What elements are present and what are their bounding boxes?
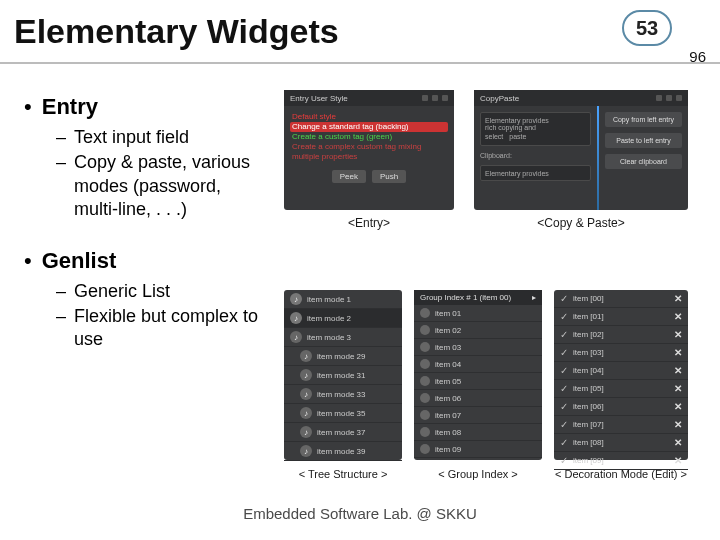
list-item: item 05 xyxy=(414,373,542,390)
item-icon xyxy=(420,308,430,318)
entry-line: Create a complex custom tag mixing multi… xyxy=(290,142,448,162)
dash-icon: – xyxy=(56,126,66,149)
item-icon: ♪ xyxy=(300,388,312,400)
item-label: item mode 33 xyxy=(317,390,365,399)
item-icon: ♪ xyxy=(300,350,312,362)
item-label: item mode 37 xyxy=(317,428,365,437)
section-title-genlist: Genlist xyxy=(42,248,117,274)
item-icon: ♪ xyxy=(300,369,312,381)
window-control-icon xyxy=(656,95,662,101)
item-icon: ♪ xyxy=(290,312,302,324)
item-label: item mode 39 xyxy=(317,447,365,456)
bullet-text: Flexible but complex to use xyxy=(74,305,264,352)
figure-group-list: Group Index # 1 (item 00)▸item 01item 02… xyxy=(414,290,542,460)
bullet-text: Generic List xyxy=(74,280,170,303)
section-title-entry: Entry xyxy=(42,94,98,120)
bullet-icon: • xyxy=(24,96,32,118)
list-item: ✓item [07]✕ xyxy=(554,416,688,434)
list-item: item 08 xyxy=(414,424,542,441)
clear-button: Clear clipboard xyxy=(605,154,682,169)
item-label: item 03 xyxy=(435,343,461,352)
item-icon xyxy=(420,444,430,454)
list-item: ♪item mode 29 xyxy=(284,347,402,366)
peek-button: Peek xyxy=(332,170,366,183)
page-number: 96 xyxy=(689,48,706,65)
check-icon: ✓ xyxy=(560,293,568,304)
item-icon xyxy=(420,376,430,386)
item-label: item [00] xyxy=(573,294,604,303)
group-header: Group Index # 1 (item 00)▸ xyxy=(414,290,542,305)
delete-icon: ✕ xyxy=(674,329,682,340)
item-label: item [07] xyxy=(573,420,604,429)
item-label: item 04 xyxy=(435,360,461,369)
item-label: item mode 3 xyxy=(307,333,351,342)
paste-button: Paste to left entry xyxy=(605,133,682,148)
item-label: item mode 1 xyxy=(307,295,351,304)
list-item: ♪item mode 31 xyxy=(284,366,402,385)
item-label: item 06 xyxy=(435,394,461,403)
entry-text: Elementary provides xyxy=(485,117,549,124)
item-label: item 05 xyxy=(435,377,461,386)
window-control-icon xyxy=(676,95,682,101)
item-label: item [04] xyxy=(573,366,604,375)
window-title: Entry User Style xyxy=(290,94,348,103)
list-item: ♪item mode 39 xyxy=(284,442,402,461)
text-content: • Entry –Text input field –Copy & paste,… xyxy=(24,88,264,366)
item-label: item [05] xyxy=(573,384,604,393)
window-title: CopyPaste xyxy=(480,94,519,103)
check-icon: ✓ xyxy=(560,365,568,376)
item-icon xyxy=(420,325,430,335)
item-label: item [08] xyxy=(573,438,604,447)
check-icon: ✓ xyxy=(560,401,568,412)
list-item: item 02 xyxy=(414,322,542,339)
delete-icon: ✕ xyxy=(674,383,682,394)
dash-icon: – xyxy=(56,151,66,221)
figure-caption-deco: < Decoration Mode (Edit) > xyxy=(554,468,688,480)
list-item: ✓item [05]✕ xyxy=(554,380,688,398)
list-item: ✓item [01]✕ xyxy=(554,308,688,326)
delete-icon: ✕ xyxy=(674,419,682,430)
list-item: item 07 xyxy=(414,407,542,424)
figure-entry-window: Entry User Style Default style Change a … xyxy=(284,90,454,210)
item-label: item 02 xyxy=(435,326,461,335)
slide-title: Elementary Widgets xyxy=(14,12,339,51)
list-item: item 03 xyxy=(414,339,542,356)
list-item: item 01 xyxy=(414,305,542,322)
dash-icon: – xyxy=(56,305,66,352)
figure-caption-entry: <Entry> xyxy=(284,216,454,230)
item-label: item 01 xyxy=(435,309,461,318)
item-icon: ♪ xyxy=(290,293,302,305)
list-item: ✓item [06]✕ xyxy=(554,398,688,416)
delete-icon: ✕ xyxy=(674,293,682,304)
list-item: ✓item [00]✕ xyxy=(554,290,688,308)
check-icon: ✓ xyxy=(560,329,568,340)
window-control-icon xyxy=(666,95,672,101)
list-item: item 04 xyxy=(414,356,542,373)
item-label: item mode 2 xyxy=(307,314,351,323)
delete-icon: ✕ xyxy=(674,437,682,448)
bullet-text: Copy & paste, various modes (password, m… xyxy=(74,151,264,221)
item-label: item mode 29 xyxy=(317,352,365,361)
item-label: item mode 31 xyxy=(317,371,365,380)
item-icon: ♪ xyxy=(300,407,312,419)
context-menu-item: select xyxy=(485,133,503,140)
figure-copypaste-window: CopyPaste Elementary provides rich copyi… xyxy=(474,90,688,210)
entry-text: rich copying and xyxy=(485,124,536,131)
list-item: item 06 xyxy=(414,390,542,407)
list-item: ♪item mode 3 xyxy=(284,328,402,347)
item-icon: ♪ xyxy=(300,445,312,457)
clipboard-value: Elementary provides xyxy=(485,170,549,177)
list-item: ♪item mode 33 xyxy=(284,385,402,404)
figure-caption-group: < Group Index > xyxy=(414,468,542,480)
item-label: item [03] xyxy=(573,348,604,357)
copy-button: Copy from left entry xyxy=(605,112,682,127)
bullet-icon: • xyxy=(24,250,32,272)
figure-tree-list: ♪item mode 1♪item mode 2♪item mode 3♪ite… xyxy=(284,290,402,460)
list-item: ♪item mode 2 xyxy=(284,309,402,328)
check-icon: ✓ xyxy=(560,347,568,358)
delete-icon: ✕ xyxy=(674,365,682,376)
item-label: item 08 xyxy=(435,428,461,437)
footer-text: Embedded Software Lab. @ SKKU xyxy=(0,505,720,522)
entry-line: Default style xyxy=(290,112,448,122)
item-label: item mode 35 xyxy=(317,409,365,418)
